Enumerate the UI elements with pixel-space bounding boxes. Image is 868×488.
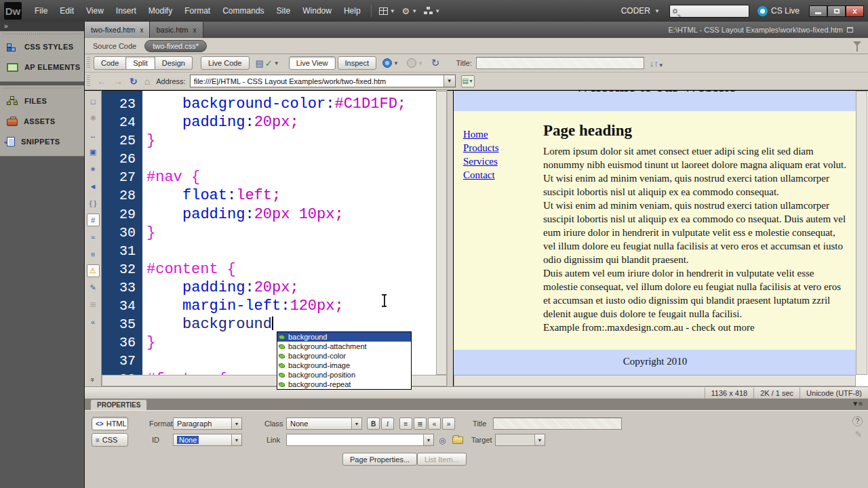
toolbar-grip[interactable] xyxy=(87,75,90,87)
line-numbers-icon[interactable]: # xyxy=(87,214,100,226)
tab-two-fixed[interactable]: two-fixed.htm x xyxy=(85,22,150,38)
design-view-button[interactable]: Design xyxy=(155,56,193,70)
code-hint-item[interactable]: background xyxy=(277,332,411,342)
remove-comment-icon[interactable]: ⊞ xyxy=(87,298,100,311)
design-view[interactable]: Welcome to our Website Home Products Ser… xyxy=(453,90,868,386)
menu-commands[interactable]: Commands xyxy=(216,0,270,22)
bold-button[interactable]: B xyxy=(367,418,380,430)
cs-live-button[interactable]: CS Live xyxy=(757,6,800,16)
workspace-switcher[interactable]: CODER▼ xyxy=(612,6,669,16)
panel-menu-icon[interactable]: ▼≡ xyxy=(852,400,863,407)
highlight-invalid-code-icon[interactable]: ≈ xyxy=(87,230,100,243)
menu-edit[interactable]: Edit xyxy=(54,0,80,22)
panel-grip[interactable] xyxy=(3,85,81,91)
expand-all-icon[interactable]: ∗ xyxy=(87,163,100,176)
view-list-icon[interactable]: ▤▼ xyxy=(461,75,475,87)
file-management-icon[interactable]: ↓↑▼ xyxy=(650,58,664,68)
restore-doc-icon[interactable] xyxy=(847,27,853,33)
quick-tag-editor-icon[interactable]: ✎ xyxy=(855,430,862,439)
tab-close-icon[interactable]: x xyxy=(193,26,197,34)
page-properties-button[interactable]: Page Properties... xyxy=(342,453,417,466)
refresh-page-icon[interactable]: ↻ xyxy=(130,76,138,87)
collapse-full-tag-icon[interactable]: ↔ xyxy=(87,129,100,142)
collapse-selection-icon[interactable]: ▣ xyxy=(87,146,100,159)
apply-comment-icon[interactable]: ✎ xyxy=(87,281,100,294)
help-icon[interactable]: ? xyxy=(852,416,863,426)
panel-ap-elements[interactable]: AP ELEMENTS xyxy=(0,57,84,77)
code-hint-item[interactable]: background-color xyxy=(277,351,411,361)
preview-nav-link-services[interactable]: Services xyxy=(463,155,499,168)
preview-in-browser-icon[interactable]: ▼ xyxy=(382,58,399,68)
code-hint-item[interactable]: background-position xyxy=(277,370,411,380)
browse-folder-icon[interactable] xyxy=(452,436,463,444)
design-vertical-scrollbar[interactable] xyxy=(856,91,867,375)
point-to-file-icon[interactable]: ◎ xyxy=(439,436,446,445)
menu-modify[interactable]: Modify xyxy=(142,0,178,22)
refresh-icon[interactable]: ↻ xyxy=(431,57,440,69)
address-dropdown-icon[interactable]: ▼ xyxy=(443,75,455,87)
recent-snippets-icon[interactable]: « xyxy=(87,315,100,328)
menu-file[interactable]: File xyxy=(28,0,54,22)
menu-insert[interactable]: Insert xyxy=(110,0,142,22)
check-browser-compatibility-icon[interactable]: ▤✓▼ xyxy=(256,58,279,68)
unordered-list-icon[interactable]: ≡ xyxy=(399,418,412,430)
back-icon[interactable]: ← xyxy=(97,76,106,87)
code-hint-item[interactable]: background-image xyxy=(277,361,411,370)
panel-grip[interactable] xyxy=(3,31,81,37)
properties-tab[interactable]: PROPERTIES xyxy=(90,399,147,410)
css-properties-button[interactable]: ≡ CSS xyxy=(92,433,128,447)
code-hint-item[interactable]: background-repeat xyxy=(277,380,411,389)
preview-nav-link-contact[interactable]: Contact xyxy=(463,168,499,182)
menu-view[interactable]: View xyxy=(80,0,110,22)
panel-css-styles[interactable]: CSS STYLES xyxy=(0,37,84,57)
forward-icon[interactable]: → xyxy=(113,76,123,87)
toolbar-grip[interactable] xyxy=(87,57,90,69)
site-sync-icon[interactable]: ▼ xyxy=(420,7,443,15)
close-button[interactable]: x xyxy=(846,5,864,17)
syntax-error-alerts-icon[interactable]: ⚠ xyxy=(87,264,100,277)
balance-braces-icon[interactable]: { } xyxy=(87,197,100,209)
pane-splitter[interactable] xyxy=(447,90,453,386)
validate-icon[interactable]: ▼ xyxy=(407,58,423,68)
word-wrap-icon[interactable]: ≡ xyxy=(87,247,100,260)
live-view-button[interactable]: Live View xyxy=(289,56,336,70)
inspect-button[interactable]: Inspect xyxy=(338,56,376,70)
class-select[interactable]: None▼ xyxy=(286,418,362,430)
code-vertical-scrollbar[interactable] xyxy=(436,91,447,375)
preview-nav-link-home[interactable]: Home xyxy=(463,127,499,141)
tab-close-icon[interactable]: x xyxy=(140,26,143,34)
menu-help[interactable]: Help xyxy=(338,0,367,22)
preview-nav-link-products[interactable]: Products xyxy=(463,141,499,155)
code-navigator-icon[interactable]: ✱ xyxy=(87,112,100,125)
search-input[interactable] xyxy=(669,5,749,18)
layout-switcher-icon[interactable]: ▼ xyxy=(376,7,399,15)
menu-window[interactable]: Window xyxy=(296,0,338,22)
id-select[interactable]: None▼ xyxy=(173,434,242,446)
address-input[interactable]: file:///E|/HTML - CSS Layout Examples/wo… xyxy=(190,75,456,87)
link-combo[interactable]: ▼ xyxy=(286,434,434,446)
italic-button[interactable]: I xyxy=(381,418,394,430)
design-horizontal-scrollbar[interactable] xyxy=(454,375,856,386)
filter-icon[interactable] xyxy=(853,41,861,46)
document-title-input[interactable] xyxy=(476,57,644,69)
split-view-button[interactable]: Split xyxy=(126,56,155,70)
home-icon[interactable]: ⌂ xyxy=(144,76,150,87)
menu-format[interactable]: Format xyxy=(178,0,216,22)
panel-snippets[interactable]: SNIPPETS xyxy=(0,131,84,152)
expand-panels-button[interactable]: » xyxy=(0,22,84,31)
format-select[interactable]: Paragraph▼ xyxy=(173,418,242,430)
window-size-indicator[interactable]: 1136 x 418 xyxy=(705,388,754,399)
related-file-pill[interactable]: two-fixed.css* xyxy=(144,40,207,52)
outdent-icon[interactable]: « xyxy=(428,418,441,430)
open-documents-icon[interactable]: □ xyxy=(87,95,100,108)
indent-icon[interactable]: » xyxy=(442,418,455,430)
html-properties-button[interactable]: <> HTML xyxy=(92,417,128,430)
code-view-button[interactable]: Code xyxy=(94,56,126,70)
panel-assets[interactable]: ASSETS xyxy=(0,111,84,131)
title-input[interactable] xyxy=(493,418,622,430)
minimize-button[interactable] xyxy=(809,5,827,17)
gear-icon[interactable]: ⚙▼ xyxy=(399,6,421,16)
ordered-list-icon[interactable]: ≣ xyxy=(414,418,427,430)
source-code-label[interactable]: Source Code xyxy=(93,42,136,50)
menu-site[interactable]: Site xyxy=(271,0,297,22)
